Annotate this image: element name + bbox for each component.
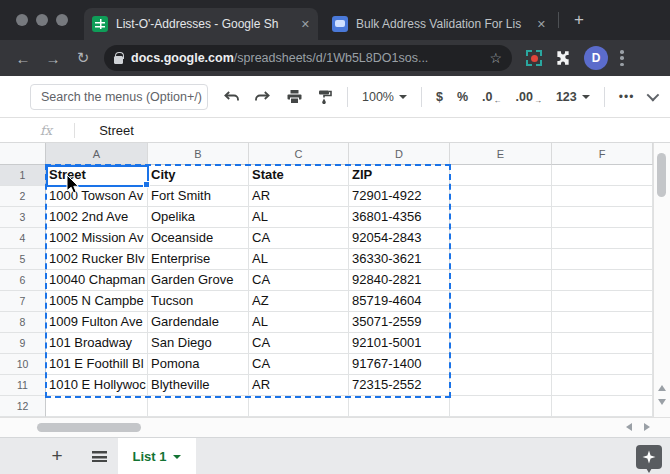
- address-bar[interactable]: docs.google.com/spreadsheets/d/1Wb5L8DO1…: [104, 45, 512, 71]
- window-close-button[interactable]: [16, 14, 28, 26]
- cell-D9[interactable]: 92101-5001: [349, 333, 450, 354]
- cell-F1[interactable]: [552, 165, 653, 186]
- cell-E3[interactable]: [450, 207, 552, 228]
- cell-C3[interactable]: AL: [249, 207, 349, 228]
- cell-D12[interactable]: [349, 396, 450, 417]
- profile-avatar[interactable]: D: [584, 46, 608, 70]
- row-header-1[interactable]: 1: [0, 165, 46, 186]
- cell-B2[interactable]: Fort Smith: [148, 186, 249, 207]
- format-currency-button[interactable]: $: [436, 90, 443, 104]
- cell-D3[interactable]: 36801-4356: [349, 207, 450, 228]
- cell-C1[interactable]: State: [249, 165, 349, 186]
- decrease-decimal-button[interactable]: .0←: [482, 89, 501, 105]
- row-header-5[interactable]: 5: [0, 249, 46, 270]
- cell-A7[interactable]: 1005 N Campbe: [46, 291, 148, 312]
- tab-close-icon[interactable]: ✕: [301, 18, 310, 31]
- cell-E6[interactable]: [450, 270, 552, 291]
- vertical-scrollbar-thumb[interactable]: [657, 153, 666, 197]
- column-header-E[interactable]: E: [450, 143, 552, 165]
- back-icon[interactable]: ←: [8, 50, 38, 67]
- fill-handle[interactable]: [143, 181, 150, 188]
- bookmark-star-icon[interactable]: ☆: [489, 50, 502, 66]
- cell-E2[interactable]: [450, 186, 552, 207]
- cell-B11[interactable]: Blytheville: [148, 375, 249, 396]
- cell-E4[interactable]: [450, 228, 552, 249]
- column-header-D[interactable]: D: [349, 143, 450, 165]
- cell-A4[interactable]: 1002 Mission Av: [46, 228, 148, 249]
- cell-A5[interactable]: 1002 Rucker Blv: [46, 249, 148, 270]
- column-header-F[interactable]: F: [552, 143, 653, 165]
- cell-A6[interactable]: 10040 Chapman: [46, 270, 148, 291]
- cell-F5[interactable]: [552, 249, 653, 270]
- cell-E7[interactable]: [450, 291, 552, 312]
- row-header-11[interactable]: 11: [0, 375, 46, 396]
- window-minimize-button[interactable]: [36, 14, 48, 26]
- print-icon[interactable]: [286, 89, 303, 105]
- cell-E1[interactable]: [450, 165, 552, 186]
- row-header-7[interactable]: 7: [0, 291, 46, 312]
- cell-B4[interactable]: Oceanside: [148, 228, 249, 249]
- cell-F4[interactable]: [552, 228, 653, 249]
- cell-F3[interactable]: [552, 207, 653, 228]
- window-zoom-button[interactable]: [56, 14, 68, 26]
- cell-C7[interactable]: AZ: [249, 291, 349, 312]
- more-formats-button[interactable]: 123: [556, 90, 590, 104]
- cell-A9[interactable]: 101 Broadway: [46, 333, 148, 354]
- cell-D5[interactable]: 36330-3621: [349, 249, 450, 270]
- undo-icon[interactable]: [222, 89, 240, 105]
- new-tab-button[interactable]: +: [568, 9, 590, 31]
- sheet-tab-menu-icon[interactable]: [173, 455, 181, 459]
- row-header-10[interactable]: 10: [0, 354, 46, 375]
- cell-D7[interactable]: 85719-4604: [349, 291, 450, 312]
- cell-C10[interactable]: CA: [249, 354, 349, 375]
- cell-E12[interactable]: [450, 396, 552, 417]
- all-sheets-icon[interactable]: [92, 451, 107, 462]
- cell-D4[interactable]: 92054-2843: [349, 228, 450, 249]
- cell-B9[interactable]: San Diego: [148, 333, 249, 354]
- tab-close-icon[interactable]: ✕: [537, 18, 546, 31]
- cell-F11[interactable]: [552, 375, 653, 396]
- cell-A2[interactable]: 1000 Towson Av: [46, 186, 148, 207]
- row-header-2[interactable]: 2: [0, 186, 46, 207]
- cell-A11[interactable]: 1010 E Hollywoc: [46, 375, 148, 396]
- add-sheet-button[interactable]: +: [46, 445, 68, 467]
- row-header-9[interactable]: 9: [0, 333, 46, 354]
- increase-decimal-button[interactable]: .00→: [516, 89, 542, 105]
- cell-D1[interactable]: ZIP: [349, 165, 450, 186]
- cell-C11[interactable]: AR: [249, 375, 349, 396]
- scroll-left-icon[interactable]: [626, 423, 632, 431]
- column-header-C[interactable]: C: [249, 143, 349, 165]
- scroll-down-icon[interactable]: [658, 399, 666, 405]
- cell-E8[interactable]: [450, 312, 552, 333]
- select-all-corner[interactable]: [0, 143, 46, 165]
- cell-D11[interactable]: 72315-2552: [349, 375, 450, 396]
- extensions-puzzle-icon[interactable]: [554, 49, 572, 67]
- cell-C12[interactable]: [249, 396, 349, 417]
- menu-search-input[interactable]: Search the menus (Option+/): [30, 84, 208, 110]
- cell-C2[interactable]: AR: [249, 186, 349, 207]
- column-header-B[interactable]: B: [148, 143, 249, 165]
- screen-recorder-extension-icon[interactable]: [526, 50, 542, 66]
- cell-C4[interactable]: CA: [249, 228, 349, 249]
- cell-E11[interactable]: [450, 375, 552, 396]
- collapse-toolbar-icon[interactable]: [647, 89, 660, 102]
- cell-F10[interactable]: [552, 354, 653, 375]
- cell-F9[interactable]: [552, 333, 653, 354]
- cell-C5[interactable]: AL: [249, 249, 349, 270]
- cell-B3[interactable]: Opelika: [148, 207, 249, 228]
- row-header-4[interactable]: 4: [0, 228, 46, 249]
- cell-F2[interactable]: [552, 186, 653, 207]
- scroll-right-icon[interactable]: [644, 423, 650, 431]
- horizontal-scrollbar-thumb[interactable]: [37, 423, 141, 432]
- cell-C8[interactable]: AL: [249, 312, 349, 333]
- formula-bar-value[interactable]: Street: [99, 123, 134, 138]
- zoom-select[interactable]: 100%: [362, 90, 407, 104]
- explore-button[interactable]: [636, 445, 662, 469]
- column-header-A[interactable]: A: [46, 143, 148, 165]
- tab-validation[interactable]: Bulk Address Validation For Lis ✕: [324, 8, 554, 40]
- cell-F12[interactable]: [552, 396, 653, 417]
- horizontal-scrollbar[interactable]: [0, 417, 670, 437]
- more-toolbar-items-button[interactable]: •••: [619, 90, 635, 104]
- cell-B8[interactable]: Gardendale: [148, 312, 249, 333]
- cell-D6[interactable]: 92840-2821: [349, 270, 450, 291]
